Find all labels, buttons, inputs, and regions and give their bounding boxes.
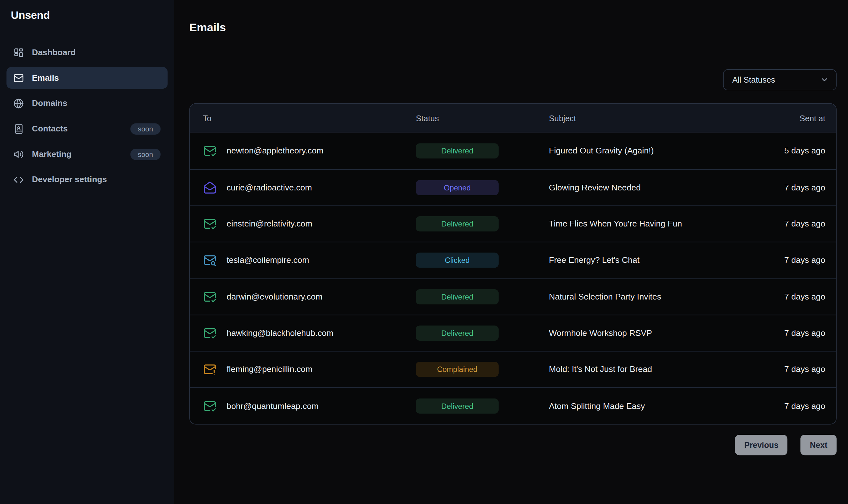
sent-at: 7 days ago: [728, 365, 836, 375]
code-icon: [13, 175, 24, 185]
mail-open-icon: [203, 181, 216, 194]
globe-icon: [13, 98, 24, 108]
app-logo: Unsend: [11, 9, 163, 22]
sidebar-item-label: Marketing: [32, 149, 71, 159]
recipient-email: newton@appletheory.com: [227, 146, 324, 156]
status-filter-select[interactable]: All Statuses: [723, 70, 836, 91]
mail-check-icon: [203, 399, 216, 412]
email-subject: Figured Out Gravity (Again!): [549, 146, 728, 156]
sidebar-item-label: Contacts: [32, 124, 68, 134]
sent-at: 7 days ago: [728, 255, 836, 265]
recipient-email: fleming@penicillin.com: [227, 365, 312, 375]
sidebar-item-label: Developer settings: [32, 175, 107, 185]
mail-check-icon: [203, 327, 216, 340]
table-row[interactable]: darwin@evolutionary.com Delivered Natura…: [190, 278, 836, 314]
status-badge: Delivered: [416, 325, 499, 340]
sent-at: 7 days ago: [728, 401, 836, 411]
sidebar-item-domains[interactable]: Domains: [6, 92, 167, 114]
contacts-icon: [13, 123, 24, 134]
app-window: Unsend Dashboard Emails Domains: [0, 0, 848, 504]
recipient-email: curie@radioactive.com: [227, 183, 312, 193]
soon-badge: soon: [130, 148, 161, 160]
email-subject: Free Energy? Let's Chat: [549, 255, 728, 265]
mail-check-icon: [203, 327, 216, 340]
table-body: newton@appletheory.com Delivered Figured…: [190, 133, 836, 424]
mail-icon: [13, 73, 24, 83]
sidebar-item-dashboard[interactable]: Dashboard: [6, 42, 167, 64]
email-subject: Natural Selection Party Invites: [549, 292, 728, 302]
sent-at: 7 days ago: [728, 219, 836, 229]
email-subject: Wormhole Workshop RSVP: [549, 328, 728, 338]
sent-at: 5 days ago: [728, 146, 836, 156]
sent-at: 7 days ago: [728, 328, 836, 338]
email-subject: Glowing Review Needed: [549, 183, 728, 193]
email-subject: Atom Splitting Made Easy: [549, 401, 728, 411]
table-row[interactable]: hawking@blackholehub.com Delivered Wormh…: [190, 314, 836, 351]
table-row[interactable]: newton@appletheory.com Delivered Figured…: [190, 133, 836, 169]
table-row[interactable]: tesla@coilempire.com Clicked Free Energy…: [190, 242, 836, 278]
mail-check-icon: [203, 144, 216, 158]
mail-check-icon: [203, 218, 216, 231]
column-header-sent-at: Sent at: [728, 113, 836, 123]
mail-warning-icon: [203, 363, 216, 376]
chevron-down-icon: [820, 75, 829, 85]
recipient-email: einstein@relativity.com: [227, 219, 312, 229]
megaphone-icon: [13, 149, 24, 159]
email-subject: Mold: It's Not Just for Bread: [549, 365, 728, 375]
column-header-subject: Subject: [549, 113, 728, 123]
status-filter-value: All Statuses: [732, 75, 775, 85]
sent-at: 7 days ago: [728, 183, 836, 193]
status-badge: Clicked: [416, 253, 499, 268]
soon-badge: soon: [130, 123, 161, 134]
sidebar-nav: Dashboard Emails Domains Contacts so: [0, 42, 174, 191]
column-header-to: To: [190, 113, 416, 123]
table-row[interactable]: bohr@quantumleap.com Delivered Atom Spli…: [190, 387, 836, 424]
email-subject: Time Flies When You're Having Fun: [549, 219, 728, 229]
mail-warning-icon: [203, 363, 216, 376]
recipient-email: hawking@blackholehub.com: [227, 328, 333, 338]
sent-at: 7 days ago: [728, 292, 836, 302]
recipient-email: darwin@evolutionary.com: [227, 292, 323, 302]
mail-check-icon: [203, 399, 216, 412]
mail-check-icon: [203, 290, 216, 303]
status-badge: Delivered: [416, 143, 499, 158]
table-row[interactable]: fleming@penicillin.com Complained Mold: …: [190, 351, 836, 387]
sidebar-item-label: Domains: [32, 98, 67, 108]
table-header: To Status Subject Sent at: [190, 104, 836, 133]
column-header-status: Status: [416, 113, 549, 123]
previous-button[interactable]: Previous: [735, 434, 788, 455]
status-badge: Delivered: [416, 398, 499, 413]
sidebar-item-emails[interactable]: Emails: [6, 67, 167, 89]
pagination: Previous Next: [189, 434, 836, 455]
sidebar-item-marketing[interactable]: Marketing soon: [6, 143, 167, 165]
emails-table: To Status Subject Sent at newton@appleth…: [189, 103, 836, 424]
recipient-email: tesla@coilempire.com: [227, 255, 309, 265]
sidebar-item-developer-settings[interactable]: Developer settings: [6, 169, 167, 191]
mail-check-icon: [203, 218, 216, 231]
filter-row: All Statuses: [189, 70, 836, 91]
status-badge: Delivered: [416, 289, 499, 304]
main-content: Emails All Statuses To Status Subject Se…: [174, 0, 848, 504]
table-row[interactable]: curie@radioactive.com Opened Glowing Rev…: [190, 169, 836, 205]
dashboard-icon: [13, 47, 24, 57]
sidebar-item-label: Dashboard: [32, 48, 76, 57]
status-badge: Complained: [416, 362, 499, 377]
mail-search-icon: [203, 254, 216, 267]
status-badge: Delivered: [416, 216, 499, 231]
page-title: Emails: [189, 21, 836, 34]
mail-open-icon: [203, 181, 216, 194]
sidebar-item-contacts[interactable]: Contacts soon: [6, 118, 167, 140]
sidebar: Unsend Dashboard Emails Domains: [0, 0, 174, 504]
recipient-email: bohr@quantumleap.com: [227, 401, 319, 411]
mail-search-icon: [203, 254, 216, 267]
table-row[interactable]: einstein@relativity.com Delivered Time F…: [190, 205, 836, 242]
mail-check-icon: [203, 290, 216, 303]
status-badge: Opened: [416, 180, 499, 195]
sidebar-item-label: Emails: [32, 73, 59, 83]
next-button[interactable]: Next: [801, 434, 837, 455]
mail-check-icon: [203, 144, 216, 158]
